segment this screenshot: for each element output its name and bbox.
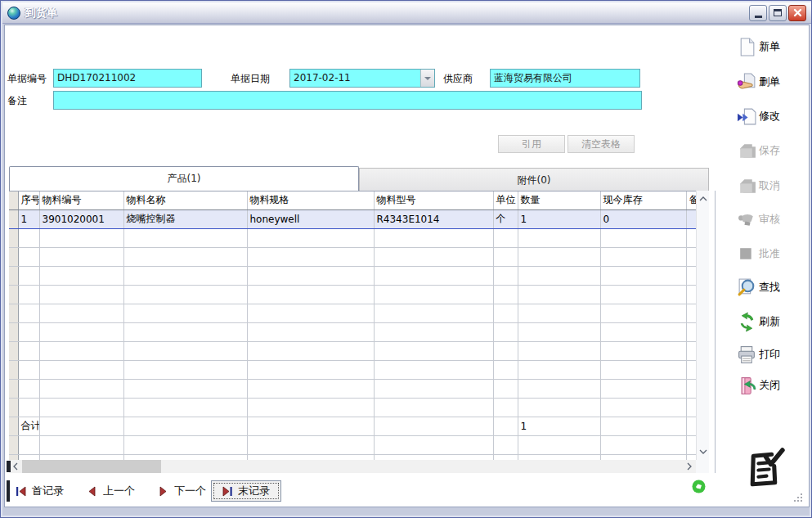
close-button[interactable] xyxy=(788,5,806,21)
nav-last-record-button[interactable]: 末记录 xyxy=(211,480,281,502)
maximize-button[interactable] xyxy=(769,5,787,21)
col-header-code[interactable]: 物料编号 xyxy=(39,191,123,209)
last-record-icon xyxy=(222,486,233,497)
sidebar-new-order-button[interactable]: 新单 xyxy=(737,35,810,58)
next-record-icon xyxy=(158,486,168,497)
horizontal-scrollbar[interactable] xyxy=(9,460,696,473)
total-label: 合计 xyxy=(18,417,39,435)
close-x-icon xyxy=(793,8,802,17)
doc-date-value: 2017-02-11 xyxy=(290,70,420,87)
resize-grip[interactable] xyxy=(792,492,803,502)
sidebar-refresh-button[interactable]: 刷新 xyxy=(737,310,810,333)
sidebar-cancel-button: 取消 xyxy=(737,174,810,197)
cell-name[interactable]: 烧嘴控制器 xyxy=(123,209,247,228)
col-header-qty[interactable]: 数量 xyxy=(518,191,600,209)
col-header-model[interactable]: 物料型号 xyxy=(374,191,493,209)
sidebar-print-button[interactable]: 打印 xyxy=(737,343,810,366)
minimize-button[interactable] xyxy=(749,5,767,21)
main-panel: 单据编号 DHD170211002 单据日期 2017-02-11 供应商 蓝海… xyxy=(4,25,810,507)
clear-table-button[interactable]: 清空表格 xyxy=(568,135,635,153)
previous-record-icon xyxy=(87,486,97,497)
nav-first-label: 首记录 xyxy=(32,484,64,498)
cell-seq[interactable]: 1 xyxy=(18,209,39,228)
app-globe-icon xyxy=(7,7,20,20)
row-indicator-header xyxy=(9,191,18,209)
table-row-empty xyxy=(9,454,696,460)
nav-next-button[interactable]: 下一个 xyxy=(158,480,206,502)
table-row-empty xyxy=(9,379,696,398)
date-dropdown-button[interactable] xyxy=(420,70,434,87)
product-grid: 序号 物料编号 物料名称 物料规格 物料型号 单位 数量 现今库存 备注 1 3… xyxy=(9,191,696,460)
table-row-empty xyxy=(9,304,696,322)
scrollbar-thumb[interactable] xyxy=(22,460,161,473)
find-icon xyxy=(737,277,757,298)
scroll-down-icon[interactable] xyxy=(697,445,710,458)
refresh-icon xyxy=(737,312,757,332)
cell-model[interactable]: R4343E1014 xyxy=(374,209,493,228)
sidebar-delete-order-button[interactable]: 删单 xyxy=(737,70,810,93)
reference-button[interactable]: 引用 xyxy=(498,135,565,153)
col-header-stock[interactable]: 现今库存 xyxy=(600,191,686,209)
title-bar[interactable]: 到货单 xyxy=(2,2,811,24)
doc-no-label: 单据编号 xyxy=(7,72,47,85)
table-row-selected[interactable]: 1 3901020001 烧嘴控制器 honeywell R4343E1014 … xyxy=(9,209,696,228)
sidebar-save-button: 保存 xyxy=(737,139,810,162)
scroll-left-icon[interactable] xyxy=(9,460,22,473)
supplier-input[interactable]: 蓝海贸易有限公司 xyxy=(490,69,640,88)
new-doc-icon xyxy=(737,37,757,57)
remark-input[interactable] xyxy=(53,91,642,110)
scroll-up-icon[interactable] xyxy=(697,192,710,205)
nav-previous-button[interactable]: 上一个 xyxy=(87,480,135,502)
sidebar-modify-button[interactable]: 修改 xyxy=(737,105,810,128)
tab-products[interactable]: 产品(1) xyxy=(9,166,359,191)
table-row-empty xyxy=(9,266,696,285)
splitter-handle[interactable] xyxy=(7,480,10,502)
table-row-empty xyxy=(9,228,696,247)
cell-remark[interactable] xyxy=(686,209,696,228)
col-header-name[interactable]: 物料名称 xyxy=(123,191,247,209)
tab-attachments[interactable]: 附件(0) xyxy=(359,168,709,191)
sidebar-find-button[interactable]: 查找 xyxy=(737,276,810,299)
table-row-total: 合计 1 xyxy=(9,417,696,435)
delete-doc-icon xyxy=(737,72,757,92)
col-header-seq[interactable]: 序号 xyxy=(18,191,39,209)
cell-code[interactable]: 3901020001 xyxy=(39,209,123,228)
chevron-down-icon xyxy=(424,77,431,80)
doc-date-combobox[interactable]: 2017-02-11 xyxy=(289,69,435,88)
table-row-empty xyxy=(9,398,696,417)
cancel-icon xyxy=(737,176,757,196)
vertical-scrollbar[interactable] xyxy=(696,191,709,460)
cell-stock[interactable]: 0 xyxy=(600,209,686,228)
edit-doc-icon xyxy=(737,106,757,127)
nav-last-label: 末记录 xyxy=(238,484,270,498)
table-row-empty xyxy=(9,247,696,266)
col-header-unit[interactable]: 单位 xyxy=(493,191,518,209)
close-form-icon xyxy=(737,376,757,396)
cell-spec[interactable]: honeywell xyxy=(247,209,374,228)
sidebar-approve-button: 批准 xyxy=(737,242,810,265)
sidebar-audit-button: 审核 xyxy=(737,208,810,231)
print-icon xyxy=(737,345,757,365)
cell-unit[interactable]: 个 xyxy=(493,209,518,228)
status-green-icon[interactable] xyxy=(692,480,706,493)
audit-icon xyxy=(737,209,757,230)
col-header-spec[interactable]: 物料规格 xyxy=(247,191,374,209)
scrollbar-corner xyxy=(696,460,709,473)
col-header-remark[interactable]: 备注 xyxy=(686,191,696,209)
nav-first-record-button[interactable]: 首记录 xyxy=(16,480,64,502)
save-icon xyxy=(737,141,757,161)
supplier-label: 供应商 xyxy=(443,72,473,85)
panel-separator xyxy=(715,191,716,473)
approve-icon xyxy=(737,244,757,264)
minimize-icon xyxy=(755,16,762,18)
window-title: 到货单 xyxy=(25,6,57,20)
remark-label: 备注 xyxy=(7,94,27,107)
total-qty: 1 xyxy=(518,417,600,435)
sidebar-close-button[interactable]: 关闭 xyxy=(737,374,810,397)
splitter-handle[interactable] xyxy=(7,461,11,472)
table-row-empty xyxy=(9,322,696,341)
doc-no-input[interactable]: DHD170211002 xyxy=(53,69,202,88)
grid-header-row: 序号 物料编号 物料名称 物料规格 物料型号 单位 数量 现今库存 备注 xyxy=(9,191,696,209)
cell-qty[interactable]: 1 xyxy=(518,209,600,228)
scroll-right-icon[interactable] xyxy=(683,460,696,473)
